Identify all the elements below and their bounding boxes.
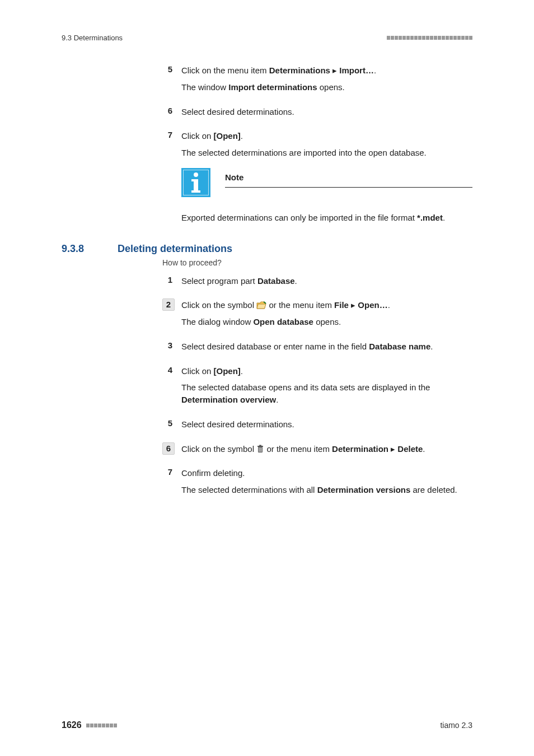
step-number: 6 xyxy=(162,442,175,455)
text: are deleted. xyxy=(410,485,457,494)
field-database-name: Database name xyxy=(369,342,430,351)
text: Click on the menu item xyxy=(181,66,269,75)
text: Select program part xyxy=(181,276,257,286)
step-number: 2 xyxy=(162,298,175,311)
heading-number: 9.3.8 xyxy=(62,243,118,255)
svg-rect-2 xyxy=(259,445,261,446)
section-header: 9.3 Determinations xyxy=(62,34,123,42)
info-icon xyxy=(181,168,210,197)
step-b2: 2 Click on the symbol or the menu item F… xyxy=(162,299,472,328)
menu-determination: Determination xyxy=(332,444,388,454)
text: Click on the symbol xyxy=(181,444,256,454)
text: The window xyxy=(181,82,228,92)
step-number: 1 xyxy=(162,275,175,284)
text: . xyxy=(430,342,433,351)
step-a6: 6 Select desired determinations. xyxy=(162,106,472,118)
text: . xyxy=(443,213,445,222)
text: . xyxy=(241,131,243,141)
page-number: 1626 xyxy=(62,720,82,730)
trash-icon xyxy=(256,445,264,454)
text: The selected determinations with all xyxy=(181,485,317,494)
menu-arrow: ▸ xyxy=(388,444,397,454)
step-b1: 1 Select program part Database. xyxy=(162,275,472,287)
dialog-open-database: Open database xyxy=(253,317,313,326)
product-name: tiamo 2.3 xyxy=(440,721,472,730)
button-open: [Open] xyxy=(214,131,241,141)
note-title: Note xyxy=(225,171,472,188)
step-b3: 3 Select desired database or enter name … xyxy=(162,340,472,353)
step-b5: 5 Select desired determinations. xyxy=(162,418,472,431)
step-number: 5 xyxy=(162,64,175,74)
subsection-heading: 9.3.8 Deleting determinations xyxy=(62,243,472,255)
note-body: Exported determinations can only be impo… xyxy=(181,213,417,222)
svg-rect-5 xyxy=(261,447,262,452)
step-b7: 7 Confirm deleting. The selected determi… xyxy=(162,467,472,496)
svg-rect-4 xyxy=(260,447,261,452)
text: . xyxy=(295,276,297,286)
step-number: 3 xyxy=(162,340,175,350)
step-text: The selected determinations are imported… xyxy=(181,147,472,159)
note-block: Note xyxy=(181,168,472,197)
button-open: [Open] xyxy=(214,366,241,376)
program-part-database: Database xyxy=(257,276,295,286)
step-text: Confirm deleting. xyxy=(181,467,472,479)
step-number: 7 xyxy=(162,130,175,139)
step-a5: 5 Click on the menu item Determinations … xyxy=(162,64,472,94)
menu-arrow: ▸ xyxy=(349,300,358,310)
step-number: 6 xyxy=(162,106,175,115)
decorative-dashes-footer xyxy=(86,724,117,727)
step-text: Select desired determinations. xyxy=(181,418,472,431)
text: opens. xyxy=(317,82,345,92)
step-number: 5 xyxy=(162,418,175,428)
step-number: 7 xyxy=(162,467,175,477)
text: Click on xyxy=(181,131,214,141)
menu-delete: Delete xyxy=(397,444,423,454)
step-b4: 4 Click on [Open]. The selected database… xyxy=(162,365,472,406)
text: . xyxy=(276,395,278,404)
text: . xyxy=(241,366,243,376)
heading-title: Deleting determinations xyxy=(118,243,232,255)
determination-overview: Determination overview xyxy=(181,395,276,404)
text: The dialog window xyxy=(181,317,253,326)
step-b6: 6 Click on the symbol or the menu item D… xyxy=(162,443,472,455)
text: The selected database opens and its data… xyxy=(181,382,430,392)
text: Click on xyxy=(181,366,214,376)
text: Click on the symbol xyxy=(181,300,256,310)
determination-versions: Determination versions xyxy=(317,485,411,494)
menu-determinations: Determinations xyxy=(269,66,330,75)
how-to-proceed: How to proceed? xyxy=(162,258,472,267)
step-number: 4 xyxy=(162,365,175,375)
file-format: *.mdet xyxy=(417,213,443,222)
open-folder-icon xyxy=(256,300,266,308)
decorative-dashes-top xyxy=(387,36,472,40)
text: or the menu item xyxy=(264,444,332,454)
text: Select desired database or enter name in… xyxy=(181,342,369,351)
text: opens. xyxy=(313,317,341,326)
text: or the menu item xyxy=(266,300,334,310)
step-text: Select desired determinations. xyxy=(181,106,472,118)
step-a7: 7 Click on [Open]. The selected determin… xyxy=(162,130,472,223)
menu-open: Open… xyxy=(358,300,387,310)
menu-arrow: ▸ xyxy=(330,66,339,75)
text: . xyxy=(388,300,390,310)
text: . xyxy=(423,444,425,454)
window-import-determinations: Import determinations xyxy=(228,82,317,92)
text: . xyxy=(374,66,376,75)
menu-file: File xyxy=(334,300,349,310)
svg-rect-3 xyxy=(259,447,259,452)
menu-import: Import… xyxy=(339,66,374,75)
